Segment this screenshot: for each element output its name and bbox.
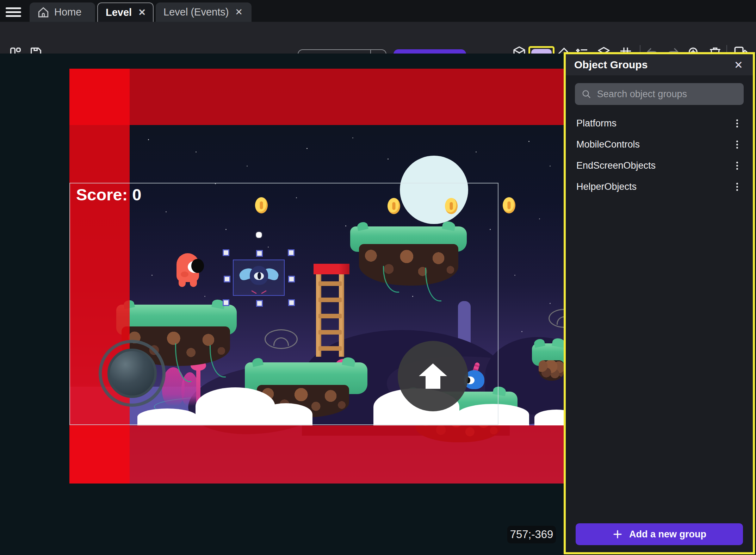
coin-object[interactable]: [388, 198, 400, 214]
virtual-joystick-object[interactable]: [99, 340, 166, 407]
panel-title: Object Groups: [574, 59, 733, 71]
player-character-object[interactable]: [176, 253, 199, 287]
group-row-mobilecontrols[interactable]: MobileControls: [566, 134, 753, 155]
panel-close-icon[interactable]: ✕: [733, 59, 744, 71]
coin-object[interactable]: [503, 197, 515, 213]
plus-icon: [612, 529, 623, 540]
tab-home-label: Home: [54, 6, 81, 18]
group-label: HelperObjects: [576, 181, 732, 192]
add-group-label: Add a new group: [629, 529, 706, 540]
tab-level-close-icon[interactable]: ✕: [138, 7, 146, 18]
score-text-object[interactable]: Score: 0: [76, 185, 141, 204]
group-row-helperobjects[interactable]: HelperObjects: [566, 176, 753, 197]
search-input[interactable]: [597, 89, 737, 100]
kebab-menu-icon[interactable]: [732, 160, 742, 171]
tab-level-events[interactable]: Level (Events) ✕: [156, 2, 252, 22]
group-label: Platforms: [576, 118, 732, 129]
red-zone-bottom: [69, 425, 565, 484]
game-scene: Score: 0: [69, 69, 565, 484]
particle-object[interactable]: [256, 232, 262, 238]
app-window: Home Level ✕ Level (Events) ✕ Preview Pu…: [0, 0, 756, 555]
kebab-menu-icon[interactable]: [732, 139, 742, 150]
tab-bar: Home Level ✕ Level (Events) ✕: [0, 0, 756, 22]
tab-level-active[interactable]: Level ✕: [97, 2, 154, 22]
selection-handle-bottom-right[interactable]: [288, 299, 295, 306]
selection-handle-top-left[interactable]: [223, 249, 229, 256]
tab-level-label: Level: [106, 7, 132, 18]
group-row-endscreenobjects[interactable]: EndScreenObjects: [566, 155, 753, 176]
add-group-button[interactable]: Add a new group: [576, 523, 743, 545]
jump-button-object[interactable]: [398, 341, 468, 411]
search-icon: [581, 88, 591, 100]
tab-level-events-label: Level (Events): [163, 6, 229, 18]
tab-home[interactable]: Home: [30, 2, 95, 22]
selection-handle-middle-right[interactable]: [288, 276, 295, 282]
kebab-menu-icon[interactable]: [732, 118, 742, 129]
panel-header: Object Groups ✕: [566, 54, 753, 75]
cursor-coordinates: 757;-369: [507, 526, 556, 543]
group-list: Platforms MobileControls EndScreenObject…: [566, 113, 753, 523]
group-label: EndScreenObjects: [576, 160, 732, 171]
toolbar: Preview Publish: [0, 22, 756, 54]
platform-dirt: [539, 360, 564, 381]
kebab-menu-icon[interactable]: [732, 181, 742, 192]
coin-object[interactable]: [445, 198, 458, 214]
selection-handle-top-center[interactable]: [256, 250, 263, 257]
selection-handle-top-right[interactable]: [288, 249, 295, 256]
tab-level-events-close-icon[interactable]: ✕: [235, 7, 243, 18]
red-zone-top: [69, 69, 565, 125]
selection-handle-middle-left[interactable]: [224, 276, 230, 282]
search-object-groups[interactable]: [575, 83, 744, 105]
object-groups-panel: Object Groups ✕ Platforms MobileControls…: [564, 52, 755, 554]
group-row-platforms[interactable]: Platforms: [566, 113, 753, 134]
home-icon: [37, 6, 49, 18]
selection-handle-bottom-center[interactable]: [256, 300, 263, 307]
selected-enemy-object[interactable]: [241, 266, 277, 291]
coin-object[interactable]: [255, 197, 268, 213]
selection-handle-bottom-left[interactable]: [223, 299, 229, 306]
joystick-pad[interactable]: [107, 349, 157, 398]
menu-icon[interactable]: [6, 5, 21, 17]
group-label: MobileControls: [576, 139, 732, 150]
